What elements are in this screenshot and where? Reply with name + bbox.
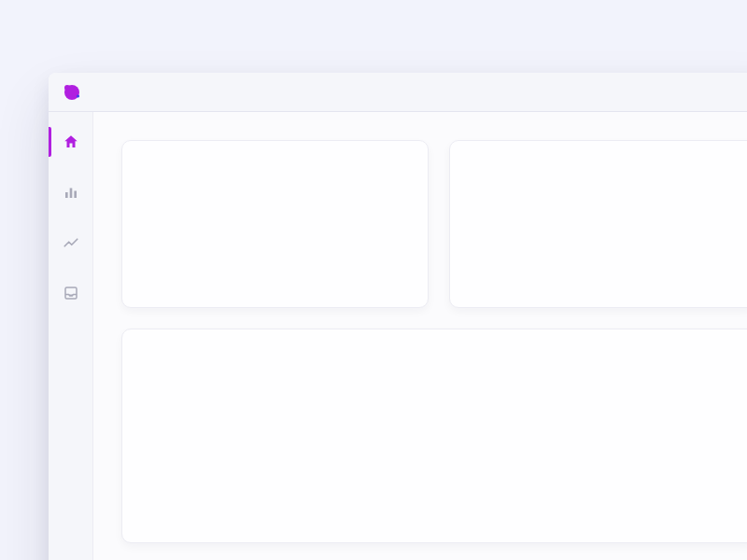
- trend-line-icon: [63, 234, 79, 251]
- body-row: [49, 112, 747, 560]
- svg-rect-4: [69, 189, 72, 199]
- sidebar-item-bar-chart[interactable]: [49, 179, 93, 205]
- app-logo-icon: [62, 82, 82, 103]
- svg-point-1: [64, 85, 70, 91]
- sidebar: [49, 112, 93, 560]
- card-top-right: [449, 140, 747, 308]
- card-top-left: [121, 140, 429, 308]
- inbox-icon: [63, 285, 79, 301]
- svg-rect-5: [74, 191, 77, 199]
- topbar: [49, 73, 747, 112]
- home-icon: [63, 133, 79, 150]
- svg-point-2: [77, 94, 79, 97]
- sidebar-item-inbox[interactable]: [49, 280, 93, 306]
- card-wide: [121, 329, 747, 543]
- app-window: [49, 73, 747, 560]
- bar-chart-icon: [63, 184, 79, 201]
- sidebar-item-home[interactable]: [49, 129, 93, 155]
- card-row-top: [121, 140, 747, 308]
- svg-rect-6: [65, 287, 77, 299]
- sidebar-item-trend-line[interactable]: [49, 230, 93, 256]
- content-area: [93, 112, 747, 560]
- svg-rect-3: [65, 192, 68, 198]
